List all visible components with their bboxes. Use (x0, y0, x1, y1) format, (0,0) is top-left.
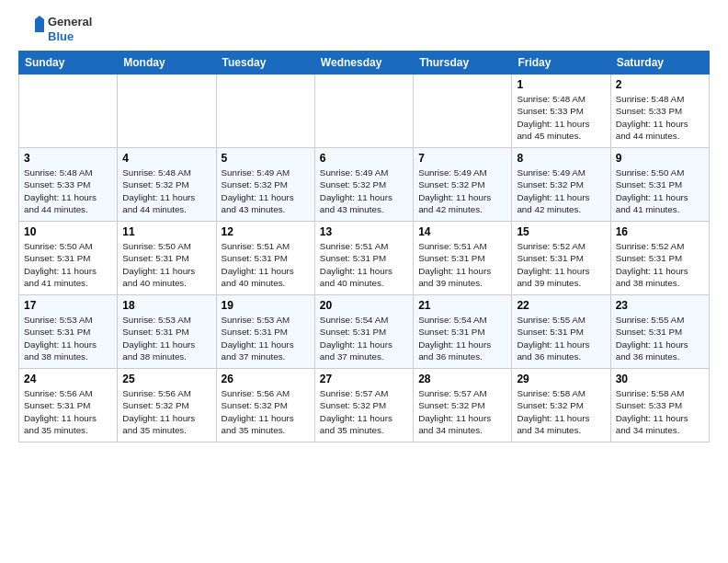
day-number: 26 (222, 373, 310, 385)
day-info: Sunrise: 5:49 AM Sunset: 5:32 PM Dayligh… (320, 167, 408, 215)
calendar-empty-cell (118, 75, 216, 148)
calendar-day-cell: 10Sunrise: 5:50 AM Sunset: 5:31 PM Dayli… (19, 222, 118, 295)
day-number: 22 (517, 299, 605, 312)
day-info: Sunrise: 5:53 AM Sunset: 5:31 PM Dayligh… (222, 314, 310, 362)
calendar-day-cell: 25Sunrise: 5:56 AM Sunset: 5:32 PM Dayli… (118, 369, 216, 442)
day-number: 30 (616, 373, 704, 385)
weekday-header-cell: Thursday (414, 52, 512, 75)
day-number: 13 (320, 225, 408, 238)
calendar-day-cell: 2Sunrise: 5:48 AM Sunset: 5:33 PM Daylig… (610, 75, 709, 148)
calendar-table: SundayMondayTuesdayWednesdayThursdayFrid… (18, 51, 710, 442)
day-number: 14 (418, 225, 506, 238)
calendar-empty-cell (314, 75, 413, 148)
day-number: 3 (24, 152, 112, 165)
logo-blue-text: Blue (48, 29, 92, 44)
day-info: Sunrise: 5:50 AM Sunset: 5:31 PM Dayligh… (122, 240, 210, 289)
calendar-week-row: 3Sunrise: 5:48 AM Sunset: 5:33 PM Daylig… (19, 148, 710, 222)
day-info: Sunrise: 5:52 AM Sunset: 5:31 PM Dayligh… (616, 240, 704, 289)
day-info: Sunrise: 5:56 AM Sunset: 5:31 PM Dayligh… (24, 387, 112, 436)
calendar-day-cell: 21Sunrise: 5:54 AM Sunset: 5:31 PM Dayli… (414, 295, 512, 369)
calendar-day-cell: 28Sunrise: 5:57 AM Sunset: 5:32 PM Dayli… (414, 369, 512, 442)
day-info: Sunrise: 5:48 AM Sunset: 5:33 PM Dayligh… (616, 93, 704, 142)
day-info: Sunrise: 5:57 AM Sunset: 5:32 PM Dayligh… (320, 387, 408, 436)
calendar-empty-cell (414, 75, 512, 148)
weekday-header-row: SundayMondayTuesdayWednesdayThursdayFrid… (19, 52, 710, 75)
calendar-day-cell: 27Sunrise: 5:57 AM Sunset: 5:32 PM Dayli… (314, 369, 413, 442)
day-number: 11 (122, 225, 210, 238)
day-number: 1 (517, 78, 605, 91)
calendar-day-cell: 12Sunrise: 5:51 AM Sunset: 5:31 PM Dayli… (216, 222, 314, 295)
day-info: Sunrise: 5:50 AM Sunset: 5:31 PM Dayligh… (24, 240, 112, 289)
calendar-day-cell: 26Sunrise: 5:56 AM Sunset: 5:32 PM Dayli… (216, 369, 314, 442)
day-number: 10 (24, 225, 112, 238)
calendar-week-row: 1Sunrise: 5:48 AM Sunset: 5:33 PM Daylig… (19, 75, 710, 148)
calendar-day-cell: 29Sunrise: 5:58 AM Sunset: 5:32 PM Dayli… (512, 369, 610, 442)
day-info: Sunrise: 5:54 AM Sunset: 5:31 PM Dayligh… (418, 314, 506, 362)
calendar-day-cell: 13Sunrise: 5:51 AM Sunset: 5:31 PM Dayli… (314, 222, 413, 295)
calendar-week-row: 17Sunrise: 5:53 AM Sunset: 5:31 PM Dayli… (19, 295, 710, 369)
weekday-header-cell: Monday (118, 52, 216, 75)
day-number: 16 (616, 225, 704, 238)
calendar-day-cell: 18Sunrise: 5:53 AM Sunset: 5:31 PM Dayli… (118, 295, 216, 369)
day-info: Sunrise: 5:50 AM Sunset: 5:31 PM Dayligh… (616, 167, 704, 215)
weekday-header-cell: Wednesday (314, 52, 413, 75)
svg-marker-1 (35, 16, 44, 19)
day-info: Sunrise: 5:58 AM Sunset: 5:33 PM Dayligh… (616, 387, 704, 436)
logo-general-text: General (48, 15, 92, 29)
day-number: 23 (616, 299, 704, 312)
calendar-day-cell: 22Sunrise: 5:55 AM Sunset: 5:31 PM Dayli… (512, 295, 610, 369)
day-info: Sunrise: 5:53 AM Sunset: 5:31 PM Dayligh… (122, 314, 210, 362)
calendar-day-cell: 3Sunrise: 5:48 AM Sunset: 5:33 PM Daylig… (19, 148, 118, 222)
day-number: 29 (517, 373, 605, 385)
calendar-body: 1Sunrise: 5:48 AM Sunset: 5:33 PM Daylig… (19, 75, 710, 442)
day-number: 5 (222, 152, 310, 165)
day-number: 25 (122, 373, 210, 385)
weekday-header-cell: Tuesday (216, 52, 314, 75)
day-info: Sunrise: 5:56 AM Sunset: 5:32 PM Dayligh… (222, 387, 310, 436)
calendar-day-cell: 11Sunrise: 5:50 AM Sunset: 5:31 PM Dayli… (118, 222, 216, 295)
day-number: 7 (418, 152, 506, 165)
day-info: Sunrise: 5:49 AM Sunset: 5:32 PM Dayligh… (418, 167, 506, 215)
calendar-day-cell: 16Sunrise: 5:52 AM Sunset: 5:31 PM Dayli… (610, 222, 709, 295)
calendar-day-cell: 17Sunrise: 5:53 AM Sunset: 5:31 PM Dayli… (19, 295, 118, 369)
calendar-day-cell: 4Sunrise: 5:48 AM Sunset: 5:32 PM Daylig… (118, 148, 216, 222)
day-number: 15 (517, 225, 605, 238)
day-number: 8 (517, 152, 605, 165)
day-info: Sunrise: 5:51 AM Sunset: 5:31 PM Dayligh… (222, 240, 310, 289)
day-info: Sunrise: 5:51 AM Sunset: 5:31 PM Dayligh… (418, 240, 506, 289)
day-number: 24 (24, 373, 112, 385)
day-number: 28 (418, 373, 506, 385)
calendar-day-cell: 19Sunrise: 5:53 AM Sunset: 5:31 PM Dayli… (216, 295, 314, 369)
day-number: 18 (122, 299, 210, 312)
day-info: Sunrise: 5:53 AM Sunset: 5:31 PM Dayligh… (24, 314, 112, 362)
calendar-day-cell: 1Sunrise: 5:48 AM Sunset: 5:33 PM Daylig… (512, 75, 610, 148)
calendar-day-cell: 15Sunrise: 5:52 AM Sunset: 5:31 PM Dayli… (512, 222, 610, 295)
day-info: Sunrise: 5:51 AM Sunset: 5:31 PM Dayligh… (320, 240, 408, 289)
logo: GeneralBlue (18, 15, 92, 43)
calendar-day-cell: 23Sunrise: 5:55 AM Sunset: 5:31 PM Dayli… (610, 295, 709, 369)
day-info: Sunrise: 5:56 AM Sunset: 5:32 PM Dayligh… (122, 387, 210, 436)
day-info: Sunrise: 5:48 AM Sunset: 5:32 PM Dayligh… (122, 167, 210, 215)
weekday-header-cell: Sunday (19, 52, 118, 75)
calendar-week-row: 24Sunrise: 5:56 AM Sunset: 5:31 PM Dayli… (19, 369, 710, 442)
calendar-empty-cell (216, 75, 314, 148)
weekday-header-cell: Saturday (610, 52, 709, 75)
day-info: Sunrise: 5:57 AM Sunset: 5:32 PM Dayligh… (418, 387, 506, 436)
calendar-day-cell: 6Sunrise: 5:49 AM Sunset: 5:32 PM Daylig… (314, 148, 413, 222)
day-info: Sunrise: 5:54 AM Sunset: 5:31 PM Dayligh… (320, 314, 408, 362)
day-number: 27 (320, 373, 408, 385)
day-info: Sunrise: 5:48 AM Sunset: 5:33 PM Dayligh… (24, 167, 112, 215)
day-number: 17 (24, 299, 112, 312)
day-info: Sunrise: 5:52 AM Sunset: 5:31 PM Dayligh… (517, 240, 605, 289)
page-header: GeneralBlue (18, 15, 710, 43)
day-number: 4 (122, 152, 210, 165)
calendar-week-row: 10Sunrise: 5:50 AM Sunset: 5:31 PM Dayli… (19, 222, 710, 295)
calendar-empty-cell (19, 75, 118, 148)
day-number: 20 (320, 299, 408, 312)
logo-graphic-icon (18, 16, 46, 43)
day-info: Sunrise: 5:49 AM Sunset: 5:32 PM Dayligh… (222, 167, 310, 215)
day-info: Sunrise: 5:58 AM Sunset: 5:32 PM Dayligh… (517, 387, 605, 436)
day-info: Sunrise: 5:55 AM Sunset: 5:31 PM Dayligh… (616, 314, 704, 362)
calendar-day-cell: 20Sunrise: 5:54 AM Sunset: 5:31 PM Dayli… (314, 295, 413, 369)
calendar-day-cell: 30Sunrise: 5:58 AM Sunset: 5:33 PM Dayli… (610, 369, 709, 442)
